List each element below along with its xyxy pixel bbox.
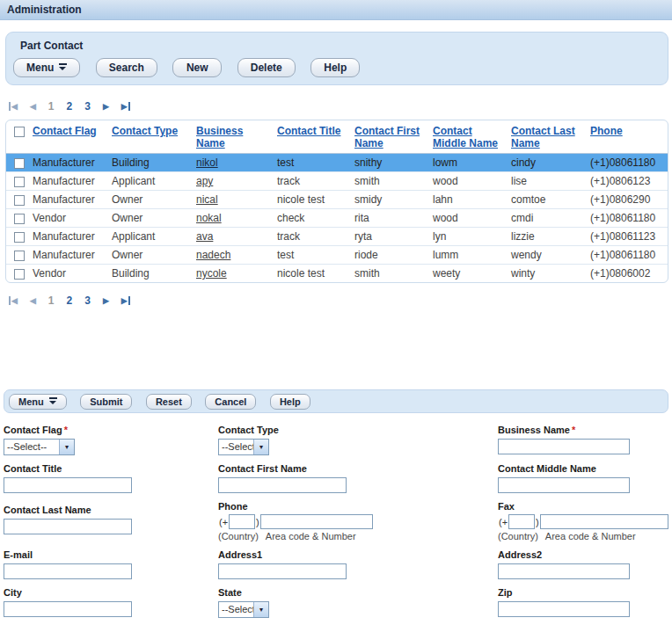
contact-type-cell: Owner <box>110 209 194 228</box>
column-header-phone[interactable]: Phone <box>590 125 623 137</box>
business-name-link[interactable]: nical <box>196 193 218 206</box>
row-checkbox[interactable] <box>14 195 25 206</box>
next-page-icon[interactable]: ▶ <box>103 102 109 111</box>
contact-flag-cell: Vendor <box>31 209 110 228</box>
business-name-link[interactable]: nikol <box>196 156 218 169</box>
row-checkbox[interactable] <box>14 214 25 224</box>
submit-button[interactable]: Submit <box>80 394 132 410</box>
city-input[interactable] <box>4 601 132 617</box>
business-name-link[interactable]: nadech <box>196 249 230 261</box>
form-help-button[interactable]: Help <box>270 394 310 410</box>
row-checkbox[interactable] <box>14 251 25 261</box>
page-number-current: 1 <box>48 100 55 113</box>
table-header-row: Contact Flag Contact Type Business Name … <box>6 120 668 154</box>
contact-middle-name-input[interactable] <box>498 477 630 493</box>
row-checkbox[interactable] <box>14 232 25 243</box>
phone-number-input[interactable] <box>260 514 373 529</box>
contact-middle-name-cell: lowm <box>431 154 509 172</box>
contact-title-input[interactable] <box>4 477 132 493</box>
row-checkbox[interactable] <box>14 158 25 169</box>
table-row[interactable]: Manufacturer Building nikol test snithy … <box>6 154 668 172</box>
prev-page-icon: ◀ <box>30 102 36 111</box>
pagination-top: ◀ ◀ 1 2 3 ▶ ▶ <box>9 100 672 113</box>
cancel-button[interactable]: Cancel <box>205 394 256 410</box>
page-number-2[interactable]: 2 <box>67 100 73 113</box>
phone-composite: (+) <box>218 514 498 529</box>
business-name-cell: nikol <box>194 154 275 172</box>
search-button[interactable]: Search <box>96 58 157 77</box>
last-page-icon[interactable]: ▶ <box>121 102 130 111</box>
chevron-down-icon: ▾ <box>253 602 268 617</box>
last-page-icon[interactable]: ▶ <box>121 296 130 305</box>
phone-country-input[interactable] <box>229 514 255 529</box>
new-button[interactable]: New <box>172 58 222 77</box>
next-page-icon[interactable]: ▶ <box>103 296 109 305</box>
business-name-cell: ava <box>194 228 275 246</box>
fax-composite: (+) <box>498 514 670 529</box>
contact-last-name-input[interactable] <box>4 519 132 534</box>
business-name-input[interactable] <box>498 439 630 454</box>
fax-label: Fax <box>498 501 670 512</box>
fax-caption: (Country)Area code & Number <box>498 531 670 541</box>
contact-first-name-input[interactable] <box>218 477 347 493</box>
column-header-contact-title[interactable]: Contact Title <box>277 125 340 137</box>
row-checkbox[interactable] <box>14 269 25 280</box>
form-menu-button[interactable]: Menu <box>9 394 67 410</box>
contact-middle-name-cell: lyn <box>431 228 509 246</box>
page-number-3[interactable]: 3 <box>84 294 91 307</box>
contact-flag-cell: Manufacturer <box>31 172 110 191</box>
contact-last-name-cell: lise <box>509 172 588 191</box>
contact-title-cell: nicole test <box>275 265 353 283</box>
zip-input[interactable] <box>498 601 630 617</box>
address2-label: Address2 <box>498 549 670 560</box>
table-row[interactable]: Vendor Owner nokal check rita wood cmdi … <box>6 209 668 228</box>
table-row[interactable]: Manufacturer Applicant apy track smith w… <box>6 172 668 191</box>
contact-flag-select[interactable]: --Select--▾ <box>4 439 75 455</box>
column-header-contact-flag[interactable]: Contact Flag <box>33 125 97 137</box>
contact-flag-label: Contact Flag* <box>4 425 218 435</box>
business-name-link[interactable]: ava <box>196 230 213 243</box>
address1-input[interactable] <box>218 563 347 579</box>
column-header-contact-first-name[interactable]: Contact First Name <box>354 125 420 149</box>
menu-button[interactable]: Menu <box>13 58 80 77</box>
help-button[interactable]: Help <box>310 58 360 77</box>
prev-page-icon: ◀ <box>30 296 36 305</box>
phone-cell: (+1)08061180 <box>588 246 668 265</box>
select-all-checkbox[interactable] <box>14 127 25 137</box>
contact-last-name-cell: cmdi <box>509 209 588 228</box>
table-row[interactable]: Manufacturer Applicant ava track ryta ly… <box>6 228 668 246</box>
contact-middle-name-cell: lahn <box>431 191 509 209</box>
address2-input[interactable] <box>498 563 630 579</box>
email-label: E-mail <box>4 549 218 560</box>
phone-cell: (+1)08061180 <box>588 154 668 172</box>
fax-country-input[interactable] <box>508 514 535 529</box>
page-number-3[interactable]: 3 <box>84 100 91 113</box>
business-name-link[interactable]: apy <box>196 175 213 187</box>
business-name-link[interactable]: nokal <box>196 212 222 224</box>
reset-button[interactable]: Reset <box>146 394 192 410</box>
contact-type-select[interactable]: --Select--▾ <box>218 439 269 455</box>
contact-flag-cell: Manufacturer <box>31 154 110 172</box>
business-name-label: Business Name* <box>498 425 670 435</box>
column-header-contact-middle-name[interactable]: Contact Middle Name <box>433 125 498 149</box>
contact-first-name-cell: rita <box>353 209 431 228</box>
page-title: Administration <box>0 0 672 20</box>
column-header-business-name[interactable]: Business Name <box>196 125 243 149</box>
fax-number-input[interactable] <box>540 514 668 529</box>
page-number-current: 1 <box>48 294 55 307</box>
contact-first-name-cell: smidy <box>353 191 431 209</box>
contact-middle-name-cell: wood <box>431 172 509 191</box>
table-row[interactable]: Vendor Building nycole nicole test smith… <box>6 265 668 283</box>
zip-label: Zip <box>498 587 670 598</box>
column-header-contact-last-name[interactable]: Contact Last Name <box>511 125 575 149</box>
page-number-2[interactable]: 2 <box>67 294 73 307</box>
contact-form: Contact Flag* --Select--▾ Contact Type -… <box>4 425 672 625</box>
business-name-link[interactable]: nycole <box>196 267 227 280</box>
table-row[interactable]: Manufacturer Owner nadech test riode lum… <box>6 246 668 265</box>
row-checkbox[interactable] <box>14 177 25 187</box>
state-select[interactable]: --Select--▾ <box>218 601 269 618</box>
email-input[interactable] <box>4 563 132 579</box>
table-row[interactable]: Manufacturer Owner nical nicole test smi… <box>6 191 668 209</box>
column-header-contact-type[interactable]: Contact Type <box>112 125 178 137</box>
delete-button[interactable]: Delete <box>237 58 296 77</box>
